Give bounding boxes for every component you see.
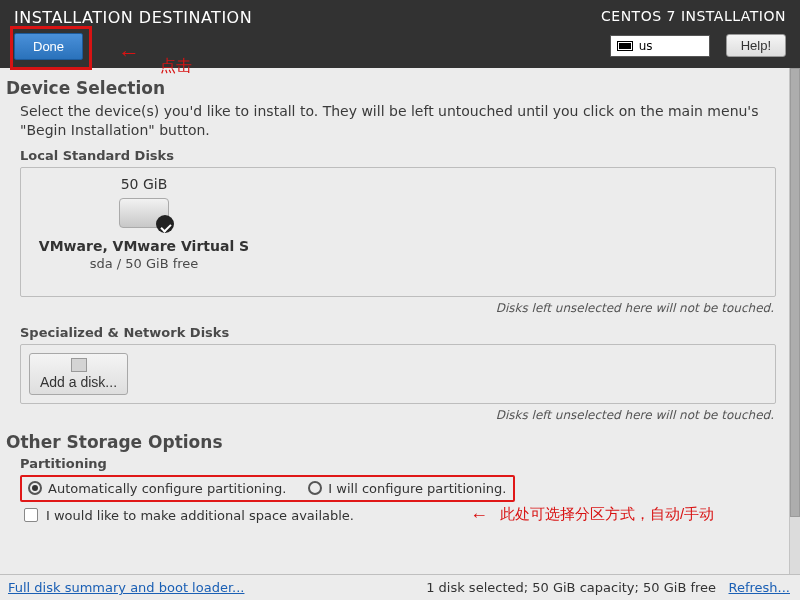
device-selection-desc: Select the device(s) you'd like to insta… [20,102,778,140]
checkbox-additional-space[interactable]: I would like to make additional space av… [24,508,786,523]
partitioning-options: Automatically configure partitioning. I … [20,475,515,502]
keyboard-label: us [639,39,653,53]
harddrive-icon [119,198,169,228]
disk-subinfo: sda / 50 GiB free [29,256,259,271]
keyboard-layout-selector[interactable]: us [610,35,710,57]
header-bar: INSTALLATION DESTINATION Done CENTOS 7 I… [0,0,800,68]
radio-manual-partitioning[interactable]: I will configure partitioning. [308,481,506,496]
footer: Full disk summary and boot loader... 1 d… [0,574,800,600]
radio-icon [308,481,322,495]
radio-auto-label: Automatically configure partitioning. [48,481,286,496]
full-disk-summary-link[interactable]: Full disk summary and boot loader... [8,580,244,595]
radio-manual-label: I will configure partitioning. [328,481,506,496]
partitioning-heading: Partitioning [20,456,786,471]
network-disks-hint: Disks left unselected here will not be t… [6,408,774,422]
refresh-link[interactable]: Refresh... [729,580,791,595]
local-disks-heading: Local Standard Disks [20,148,786,163]
other-storage-heading: Other Storage Options [6,432,786,452]
device-selection-heading: Device Selection [6,78,786,98]
add-disk-icon [71,358,87,372]
page-title: INSTALLATION DESTINATION [14,8,252,27]
done-button[interactable]: Done [14,33,83,60]
radio-icon [28,481,42,495]
network-disks-heading: Specialized & Network Disks [20,325,786,340]
disk-status: 1 disk selected; 50 GiB capacity; 50 GiB… [426,580,716,595]
disk-item[interactable]: 50 GiB VMware, VMware Virtual S sda / 50… [29,176,259,271]
local-disks-panel: 50 GiB VMware, VMware Virtual S sda / 50… [20,167,776,297]
add-disk-label: Add a disk... [40,374,117,390]
add-disk-button[interactable]: Add a disk... [29,353,128,395]
content-area: Device Selection Select the device(s) yo… [0,68,800,578]
disk-name: VMware, VMware Virtual S [29,238,259,254]
scrollbar[interactable] [789,68,800,578]
disk-size: 50 GiB [29,176,259,192]
footer-right: 1 disk selected; 50 GiB capacity; 50 GiB… [426,580,790,595]
checkbox-label: I would like to make additional space av… [46,508,354,523]
local-disks-hint: Disks left unselected here will not be t… [6,301,774,315]
radio-auto-partitioning[interactable]: Automatically configure partitioning. [28,481,286,496]
keyboard-icon [617,41,633,51]
help-button[interactable]: Help! [726,34,786,57]
network-disks-panel: Add a disk... [20,344,776,404]
scroll-thumb[interactable] [790,68,800,517]
product-title: CENTOS 7 INSTALLATION [601,8,786,24]
checkbox-icon [24,508,38,522]
